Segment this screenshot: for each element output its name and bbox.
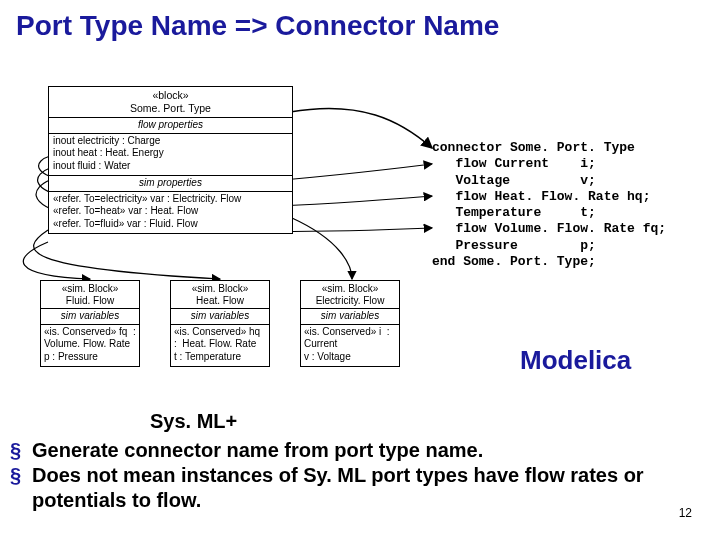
bullet-icon: §	[10, 438, 32, 463]
sim-properties-header: sim properties	[49, 175, 292, 192]
flow-row: inout heat : Heat. Energy	[53, 147, 288, 160]
sim-row: «refer. To=fluid» var : Fluid. Flow	[53, 218, 288, 231]
bullet-item: §Generate connector name from port type …	[10, 438, 714, 463]
block-header: «block» Some. Port. Type	[49, 87, 292, 118]
mini-name: Fluid. Flow	[43, 295, 137, 307]
mini-sub: sim variables	[301, 309, 399, 325]
bullet-list: §Generate connector name from port type …	[10, 438, 714, 513]
flow-row: inout electricity : Charge	[53, 135, 288, 148]
mini-body: «is. Conserved» fq : Volume. Flow. Rate …	[41, 325, 139, 367]
mini-stereotype: «sim. Block»	[43, 283, 137, 295]
flow-row: inout fluid : Water	[53, 160, 288, 173]
mini-body: «is. Conserved» i : Current v : Voltage	[301, 325, 399, 367]
mini-name: Electricity. Flow	[303, 295, 397, 307]
bullet-text: Generate connector name from port type n…	[32, 438, 483, 463]
block-name: Some. Port. Type	[53, 102, 288, 115]
bullet-item: §Does not mean instances of Sy. ML port …	[10, 463, 714, 513]
page-number: 12	[679, 506, 692, 520]
block-stereotype: «block»	[53, 89, 288, 102]
sim-row: «refer. To=electricity» var : Electricit…	[53, 193, 288, 206]
sim-row: «refer. To=heat» var : Heat. Flow	[53, 205, 288, 218]
sim-block-electricity: «sim. Block»Electricity. Flow sim variab…	[300, 280, 400, 367]
sim-block-heat: «sim. Block»Heat. Flow sim variables «is…	[170, 280, 270, 367]
modelica-label: Modelica	[520, 345, 631, 376]
flow-properties-header: flow properties	[49, 118, 292, 134]
modelica-code: connector Some. Port. Type flow Current …	[432, 140, 712, 270]
mini-sub: sim variables	[41, 309, 139, 325]
port-type-block: «block» Some. Port. Type flow properties…	[48, 86, 293, 234]
mini-stereotype: «sim. Block»	[173, 283, 267, 295]
bullet-text: Does not mean instances of Sy. ML port t…	[32, 463, 714, 513]
mini-body: «is. Conserved» hq : Heat. Flow. Rate t …	[171, 325, 269, 367]
mini-stereotype: «sim. Block»	[303, 283, 397, 295]
sim-properties: «refer. To=electricity» var : Electricit…	[49, 192, 292, 234]
flow-properties: inout electricity : Charge inout heat : …	[49, 134, 292, 176]
sysml-plus-label: Sys. ML+	[150, 410, 237, 433]
page-title: Port Type Name => Connector Name	[0, 0, 720, 48]
mini-sub: sim variables	[171, 309, 269, 325]
sim-block-fluid: «sim. Block»Fluid. Flow sim variables «i…	[40, 280, 140, 367]
bullet-icon: §	[10, 463, 32, 513]
mini-name: Heat. Flow	[173, 295, 267, 307]
